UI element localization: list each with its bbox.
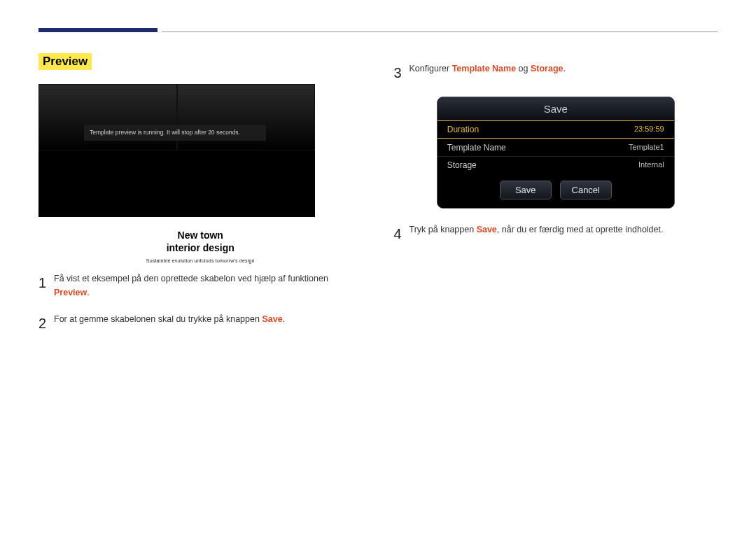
keyword-save: Save [477,225,497,234]
dialog-title: Save [438,97,674,120]
step-text-fragment: . [283,314,285,324]
step-3: 3 Konfigurer Template Name og Storage. [394,62,718,84]
step-number: 1 [38,272,54,294]
step-number: 3 [394,62,410,84]
dialog-row-template-name[interactable]: Template Name Template1 [438,139,674,156]
accent-bar [38,28,158,32]
save-dialog: Save Duration 23:59:59 Template Name Tem… [437,97,675,209]
row-label: Storage [447,160,477,170]
step-text-fragment: og [516,64,531,73]
step-number: 2 [38,312,54,335]
header-divider [162,31,718,32]
dialog-row-duration[interactable]: Duration 23:59:59 [438,120,674,139]
dialog-row-storage[interactable]: Storage Internal [438,156,674,174]
step-text-fragment: Konfigurer [410,64,452,73]
keyword-storage: Storage [531,64,564,73]
dialog-button-row: Save Cancel [438,174,674,208]
preview-screenshot: Template preview is running. It will sto… [38,84,315,217]
header-bar [38,28,718,32]
step-1: 1 Få vist et eksempel på den oprettede s… [38,272,363,300]
step-2: 2 For at gemme skabelonen skal du trykke… [38,312,363,335]
preview-running-message: Template preview is running. It will sto… [84,125,266,141]
step-text: Konfigurer Template Name og Storage. [410,62,718,76]
row-label: Duration [447,125,479,134]
cancel-button[interactable]: Cancel [560,181,612,199]
step-text: For at gemme skabelonen skal du trykke p… [54,312,363,326]
step-4: 4 Tryk på knappen Save, når du er færdig… [394,223,718,245]
save-button[interactable]: Save [500,181,552,199]
row-value: Template1 [629,143,664,153]
left-column: Preview Template preview is running. It … [38,53,363,347]
step-text-fragment: For at gemme skabelonen skal du trykke p… [54,314,262,324]
step-text-fragment: . [87,288,89,297]
right-column: 3 Konfigurer Template Name og Storage. S… [394,53,718,347]
keyword-template-name: Template Name [452,64,516,73]
row-label: Template Name [447,143,506,153]
step-number: 4 [394,223,410,245]
step-text: Få vist et eksempel på den oprettede ska… [54,272,363,300]
keyword-preview: Preview [54,288,87,297]
step-text: Tryk på knappen Save, når du er færdig m… [410,223,718,237]
step-text-fragment: . [564,64,566,73]
step-text-fragment: , når du er færdig med at oprette indhol… [497,225,664,234]
row-value: 23:59:59 [634,125,664,134]
row-value: Internal [638,160,664,170]
headline-line-1: New town [178,230,223,241]
headline-line-2: interior design [167,242,234,253]
keyword-save: Save [262,314,282,324]
preview-headline: New town interior design [38,230,363,254]
step-text-fragment: Tryk på knappen [410,225,477,234]
preview-tagline: Sustainble evolution unfolods tomorrw's … [38,258,363,263]
step-text-fragment: Få vist et eksempel på den oprettede ska… [54,274,328,283]
section-title: Preview [38,53,92,70]
